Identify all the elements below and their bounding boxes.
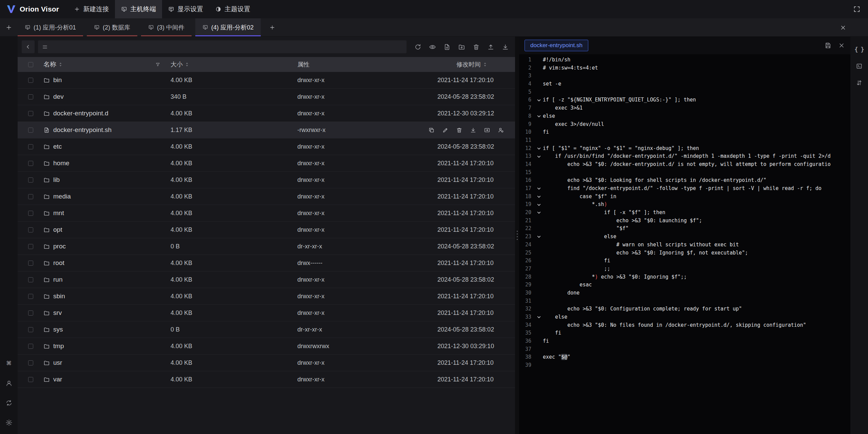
nav-menu-item[interactable]: 新建连接 — [68, 0, 115, 18]
file-name[interactable]: root — [53, 259, 64, 267]
session-tab[interactable]: (2) 数据库 — [87, 18, 137, 36]
user-button[interactable] — [3, 377, 15, 389]
fold-toggle[interactable] — [535, 209, 543, 217]
file-plus-button[interactable] — [442, 42, 452, 52]
row-checkbox[interactable] — [28, 377, 33, 382]
table-row[interactable]: tmp 4.00 KB drwxrwxrwx 2021-12-30 03:29:… — [18, 338, 515, 355]
file-name[interactable]: home — [53, 159, 70, 167]
table-row[interactable]: srv 4.00 KB drwxr-xr-x 2021-11-24 17:20:… — [18, 305, 515, 321]
table-row[interactable]: root 4.00 KB drwx------ 2021-11-24 17:20… — [18, 255, 515, 271]
braces-button[interactable]: { } — [853, 43, 865, 56]
edit-button[interactable] — [441, 126, 449, 134]
file-name[interactable]: mnt — [53, 209, 64, 217]
table-row[interactable]: var 4.00 KB drwxr-xr-x 2021-11-24 17:20:… — [18, 371, 515, 388]
row-checkbox[interactable] — [28, 310, 33, 316]
sort-icon[interactable] — [483, 62, 487, 67]
file-name[interactable]: run — [53, 276, 62, 283]
fold-toggle[interactable] — [535, 193, 543, 201]
row-checkbox[interactable] — [28, 144, 33, 149]
table-row[interactable]: lib 4.00 KB drwxr-xr-x 2021-11-24 17:20:… — [18, 172, 515, 188]
folder-plus-button[interactable] — [456, 42, 467, 52]
row-checkbox[interactable] — [28, 227, 33, 232]
fold-toggle[interactable] — [535, 313, 543, 321]
table-row[interactable]: sbin 4.00 KB drwxr-xr-x 2021-11-24 17:20… — [18, 288, 515, 305]
row-checkbox[interactable] — [28, 277, 33, 282]
fold-toggle[interactable] — [535, 152, 543, 161]
file-name[interactable]: docker-entrypoint.d — [53, 110, 108, 117]
file-name[interactable]: opt — [53, 226, 62, 233]
sort-icon[interactable] — [59, 62, 62, 67]
row-checkbox[interactable] — [28, 327, 33, 332]
row-checkbox[interactable] — [28, 294, 33, 299]
sort-icon[interactable] — [185, 62, 189, 67]
row-checkbox[interactable] — [28, 94, 33, 99]
row-checkbox[interactable] — [28, 194, 33, 199]
trash-button[interactable] — [471, 42, 481, 52]
nav-menu-item[interactable]: 显示设置 — [162, 0, 209, 18]
file-name[interactable]: sys — [53, 326, 63, 333]
file-name[interactable]: proc — [53, 243, 66, 250]
sync-button[interactable] — [3, 397, 15, 409]
filter-icon[interactable] — [155, 62, 160, 67]
table-row[interactable]: mnt 4.00 KB drwxr-xr-x 2021-11-24 17:20:… — [18, 205, 515, 222]
upload-button[interactable] — [486, 42, 496, 52]
fold-toggle[interactable] — [535, 96, 543, 104]
file-name[interactable]: docker-entrypoint.sh — [53, 126, 112, 134]
editor-file-tab[interactable]: docker-entrypoint.sh — [525, 40, 588, 51]
snippet-button[interactable] — [853, 60, 865, 72]
row-checkbox[interactable] — [28, 111, 33, 116]
table-row[interactable]: usr 4.00 KB drwxr-xr-x 2021-11-24 17:20:… — [18, 355, 515, 371]
fullscreen-button[interactable] — [853, 5, 861, 13]
row-checkbox[interactable] — [28, 244, 33, 249]
fold-toggle[interactable] — [535, 145, 543, 153]
column-mtime[interactable]: 修改时间 — [456, 60, 481, 69]
table-row[interactable]: media 4.00 KB drwxr-xr-x 2021-11-24 17:2… — [18, 188, 515, 205]
file-name[interactable]: media — [53, 193, 71, 200]
file-name[interactable]: etc — [53, 143, 62, 150]
table-row[interactable]: docker-entrypoint.d 4.00 KB drwxr-xr-x 2… — [18, 105, 515, 122]
row-checkbox[interactable] — [28, 344, 33, 349]
add-tab-button[interactable] — [264, 18, 280, 36]
eye-button[interactable] — [427, 42, 437, 52]
rename-button[interactable] — [483, 126, 491, 134]
trash-button[interactable] — [455, 126, 463, 134]
file-name[interactable]: dev — [53, 93, 64, 100]
nav-menu-item[interactable]: 主题设置 — [209, 0, 256, 18]
table-row[interactable]: docker-entrypoint.sh 1.17 KB -rwxrwxr-x — [18, 122, 515, 138]
nav-menu-item[interactable]: 主机终端 — [115, 0, 162, 18]
refresh-button[interactable] — [413, 42, 423, 52]
close-button[interactable] — [838, 42, 845, 49]
table-row[interactable]: opt 4.00 KB drwxr-xr-x 2021-11-24 17:20:… — [18, 222, 515, 238]
file-name[interactable]: lib — [53, 176, 60, 184]
table-row[interactable]: home 4.00 KB drwxr-xr-x 2021-11-24 17:20… — [18, 155, 515, 172]
column-size[interactable]: 大小 — [171, 60, 183, 69]
download-button[interactable] — [469, 126, 477, 134]
row-checkbox[interactable] — [28, 360, 33, 365]
download-button[interactable] — [500, 42, 510, 52]
fold-toggle[interactable] — [535, 112, 543, 120]
path-input[interactable] — [51, 43, 402, 50]
swap-button[interactable] — [853, 77, 865, 89]
table-row[interactable]: etc 4.00 KB drwxr-xr-x 2024-05-28 23:58:… — [18, 138, 515, 155]
file-name[interactable]: bin — [53, 76, 62, 84]
file-name[interactable]: srv — [53, 309, 62, 317]
back-button[interactable] — [22, 40, 35, 53]
fold-toggle[interactable] — [535, 233, 543, 241]
file-name[interactable]: var — [53, 376, 62, 383]
copy-button[interactable] — [427, 126, 435, 134]
table-row[interactable]: proc 0 B dr-xr-xr-x 2024-05-28 23:58:02 — [18, 238, 515, 255]
fold-toggle[interactable] — [535, 185, 543, 193]
row-checkbox[interactable] — [28, 78, 33, 83]
table-row[interactable]: dev 340 B drwxr-xr-x 2024-05-28 23:58:02 — [18, 89, 515, 105]
gear-button[interactable] — [3, 416, 15, 429]
file-name[interactable]: usr — [53, 359, 62, 366]
close-all-button[interactable] — [840, 18, 846, 37]
save-button[interactable] — [825, 42, 831, 49]
fold-toggle[interactable] — [535, 201, 543, 209]
select-all-checkbox[interactable] — [28, 62, 33, 67]
session-tab[interactable]: (4) 应用-分析02 — [195, 18, 261, 36]
table-row[interactable]: sys 0 B dr-xr-xr-x 2024-05-28 23:58:02 — [18, 321, 515, 338]
permission-button[interactable] — [497, 126, 505, 134]
file-name[interactable]: tmp — [53, 342, 64, 350]
table-row[interactable]: run 4.00 KB drwxr-xr-x 2024-05-28 23:58:… — [18, 271, 515, 288]
